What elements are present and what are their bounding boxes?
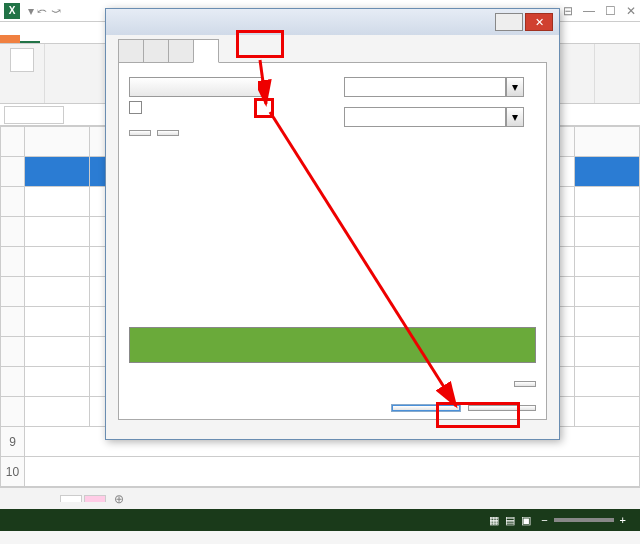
ribbon-clipboard — [0, 44, 45, 103]
cell[interactable] — [25, 367, 90, 397]
col-header[interactable] — [25, 127, 90, 157]
zoom-out-icon[interactable]: − — [541, 514, 547, 526]
cell[interactable] — [25, 187, 90, 217]
chevron-down-icon[interactable]: ▾ — [506, 107, 524, 127]
chevron-down-icon[interactable]: ▾ — [506, 77, 524, 97]
view-layout-icon[interactable]: ▤ — [505, 514, 515, 527]
cell[interactable] — [25, 277, 90, 307]
cell[interactable] — [575, 247, 640, 277]
cell[interactable] — [25, 307, 90, 337]
col-header[interactable] — [575, 127, 640, 157]
window-max-icon[interactable]: ☐ — [605, 4, 616, 18]
fill-effects-button[interactable] — [129, 130, 151, 136]
cell[interactable] — [25, 247, 90, 277]
tab-fill[interactable] — [193, 39, 219, 63]
row-header[interactable] — [1, 397, 25, 427]
view-break-icon[interactable]: ▣ — [521, 514, 531, 527]
name-box[interactable] — [4, 106, 64, 124]
cell[interactable] — [575, 397, 640, 427]
pattern-color-value — [344, 77, 506, 97]
view-normal-icon[interactable]: ▦ — [489, 514, 499, 527]
sheet-tab-1[interactable] — [60, 495, 82, 502]
cell[interactable] — [25, 397, 90, 427]
status-bar: ▦ ▤ ▣ − + — [0, 509, 640, 531]
pattern-style-combo[interactable]: ▾ — [344, 107, 524, 127]
sheet-tab-2[interactable] — [84, 495, 106, 502]
row-header[interactable] — [1, 187, 25, 217]
row-header[interactable] — [1, 277, 25, 307]
cell[interactable] — [575, 307, 640, 337]
zoom-in-icon[interactable]: + — [620, 514, 626, 526]
cell[interactable] — [575, 277, 640, 307]
row-header[interactable] — [1, 337, 25, 367]
header-cell[interactable] — [575, 157, 640, 187]
zoom-slider[interactable] — [554, 518, 614, 522]
pattern-color-combo[interactable]: ▾ — [344, 77, 524, 97]
clear-button[interactable] — [514, 381, 536, 387]
more-colors-button[interactable] — [157, 130, 179, 136]
row-header[interactable] — [1, 367, 25, 397]
quick-access-toolbar[interactable]: ▾ ⤺ ⤻ — [28, 4, 61, 18]
sample-preview — [129, 327, 536, 363]
row-header[interactable] — [1, 307, 25, 337]
cell[interactable] — [25, 217, 90, 247]
dialog-tabs — [118, 39, 547, 63]
sheet-tabs: ⊕ — [0, 487, 640, 509]
ribbon-editing — [595, 44, 640, 103]
row-header[interactable] — [1, 247, 25, 277]
window-close-icon[interactable]: ✕ — [626, 4, 636, 18]
help-button[interactable] — [495, 13, 523, 31]
close-icon[interactable]: ✕ — [525, 13, 553, 31]
tab-file[interactable] — [0, 35, 20, 43]
format-cells-dialog: ✕ ▾ — [105, 8, 560, 440]
cell[interactable] — [575, 337, 640, 367]
excel-icon: X — [4, 3, 20, 19]
tab-number[interactable] — [118, 39, 144, 63]
login-link[interactable] — [620, 35, 640, 43]
add-sheet-icon[interactable]: ⊕ — [114, 492, 124, 506]
cell[interactable] — [575, 367, 640, 397]
paste-icon[interactable] — [10, 48, 34, 72]
header-cell[interactable] — [25, 157, 90, 187]
dialog-titlebar[interactable]: ✕ — [106, 9, 559, 35]
promo-row[interactable] — [25, 457, 640, 487]
fill-panel: ▾ ▾ — [118, 62, 547, 420]
tab-border[interactable] — [168, 39, 194, 63]
tab-font[interactable] — [143, 39, 169, 63]
ok-button[interactable] — [392, 405, 460, 411]
cell[interactable] — [25, 337, 90, 367]
pattern-style-value — [344, 107, 506, 127]
cell[interactable] — [575, 217, 640, 247]
window-min-icon[interactable]: — — [583, 4, 595, 18]
color-swatch-nocolor[interactable] — [129, 101, 142, 114]
row-header[interactable] — [1, 217, 25, 247]
cell[interactable] — [575, 187, 640, 217]
tab-home[interactable] — [20, 33, 40, 43]
no-color-button[interactable] — [129, 77, 263, 97]
cancel-button[interactable] — [468, 405, 536, 411]
ribbon-min-icon[interactable]: ⊟ — [563, 4, 573, 18]
